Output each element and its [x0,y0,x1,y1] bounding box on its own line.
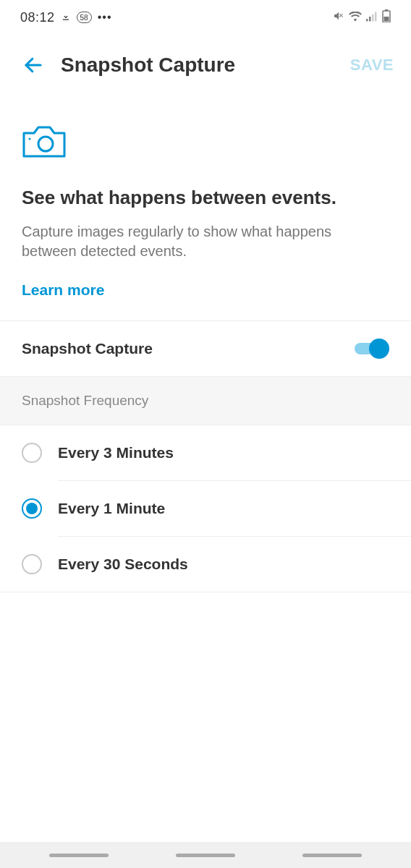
nav-home[interactable] [176,854,235,857]
learn-more-link[interactable]: Learn more [22,281,389,299]
mute-icon [333,10,344,25]
camera-icon [22,124,67,162]
frequency-options: Every 3 Minutes Every 1 Minute Every 30 … [0,425,411,592]
svg-rect-3 [375,12,376,21]
svg-point-8 [38,137,53,151]
intro-description: Capture images regularly to show what ha… [22,222,389,261]
toggle-thumb [369,339,389,359]
more-icon: ••• [98,11,112,24]
status-right [333,9,391,26]
radio-icon [22,498,42,519]
snapshot-toggle-row: Snapshot Capture [0,320,411,377]
frequency-option-label: Every 1 Minute [58,500,165,517]
signal-icon [366,10,378,25]
frequency-section-header: Snapshot Frequency [0,377,411,425]
frequency-option[interactable]: Every 1 Minute [0,481,411,536]
frequency-option-label: Every 3 Minutes [58,444,174,461]
wifi-icon [349,10,362,25]
snapshot-toggle[interactable] [352,339,389,359]
battery-icon [382,9,391,26]
frequency-title: Snapshot Frequency [22,393,389,409]
radio-icon [22,554,42,574]
arrow-left-icon [22,54,44,76]
nav-recents[interactable] [49,854,109,857]
svg-point-9 [29,138,31,140]
frequency-option[interactable]: Every 3 Minutes [0,425,411,480]
page-title: Snapshot Capture [61,54,350,77]
frequency-option-label: Every 30 Seconds [58,556,188,573]
save-button[interactable]: SAVE [350,56,394,75]
status-badge: 58 [77,12,92,23]
system-nav-bar [0,842,411,868]
status-left: 08:12 58 ••• [20,10,111,25]
status-time: 08:12 [20,10,55,25]
back-button[interactable] [17,49,49,81]
radio-icon [22,443,42,463]
intro-section: See what happens between events. Capture… [0,95,411,320]
svg-rect-6 [384,17,389,22]
status-bar: 08:12 58 ••• [0,0,411,35]
download-icon [61,12,71,24]
svg-rect-1 [369,17,370,21]
nav-back[interactable] [302,854,362,857]
intro-heading: See what happens between events. [22,187,389,209]
snapshot-toggle-label: Snapshot Capture [22,340,153,357]
svg-rect-0 [366,19,368,21]
app-header: Snapshot Capture SAVE [0,35,411,95]
frequency-option[interactable]: Every 30 Seconds [0,537,411,592]
svg-rect-2 [372,14,373,21]
